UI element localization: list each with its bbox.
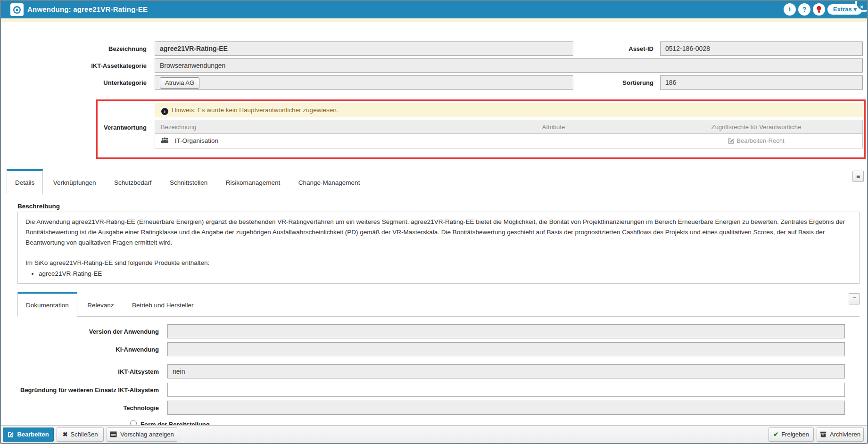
- list-menu-icon: ≡: [852, 295, 856, 303]
- bearbeiten-button[interactable]: Bearbeiten: [3, 428, 54, 442]
- tab-risikomanagement[interactable]: Risikomanagement: [218, 169, 289, 194]
- responsibility-table-header: Bezeichnung Attribute Zugriffsrechte für…: [155, 120, 862, 134]
- close-icon: ×: [860, 4, 863, 10]
- edit-square-icon: [728, 138, 734, 144]
- vorschlag-anzeigen-button[interactable]: Vorschlag anzeigen: [107, 428, 177, 442]
- edit-pencil-icon: [8, 431, 14, 437]
- ikt-altsystem-label: IKT-Altsystem: [20, 368, 159, 375]
- idea-button[interactable]: [813, 3, 825, 16]
- edit-rights-label: Bearbeiten-Recht: [736, 137, 784, 144]
- header-zugriffsrechte: Zugriffsrechte für Verantwortliche: [650, 120, 862, 133]
- x-icon: ✖: [63, 431, 68, 438]
- responsible-attributes: [457, 134, 650, 148]
- tab-schutzbedarf[interactable]: Schutzbedarf: [106, 169, 160, 194]
- description-paragraph: Im SiKo agree21VR-Rating-EE sind folgend…: [25, 258, 851, 268]
- table-row[interactable]: IT-Organisation Bearbeiten-Recht: [155, 134, 862, 148]
- list-icon: [110, 431, 117, 437]
- begruendung-input[interactable]: [167, 383, 845, 397]
- beschreibung-textarea[interactable]: Die Anwendung agree21VR-Rating-EE (Erneu…: [17, 212, 860, 284]
- beschreibung-heading: Beschreibung: [17, 203, 60, 210]
- archivieren-label: Archivieren: [830, 431, 860, 438]
- ikt-altsystem-input[interactable]: nein: [167, 364, 845, 378]
- application-window: Anwendung: agree21VR-Rating-EE i ? Extra…: [0, 0, 868, 444]
- unterkategorie-input[interactable]: Atruvia AG: [155, 75, 573, 90]
- archivieren-button[interactable]: Archivieren: [817, 428, 864, 442]
- description-paragraph: Die Anwendung agree21VR-Rating-EE (Erneu…: [25, 217, 851, 248]
- bearbeiten-label: Bearbeiten: [17, 431, 49, 438]
- schliessen-button[interactable]: ✖Schließen: [57, 428, 104, 442]
- info-circle-icon: i: [161, 108, 168, 115]
- warning-text: Hinweis: Es wurde kein Hauptverantwortli…: [172, 107, 338, 114]
- info-icon: i: [789, 6, 791, 13]
- tab-relevanz[interactable]: Relevanz: [79, 292, 122, 316]
- sortierung-input[interactable]: 186: [660, 75, 863, 90]
- tab-schnittstellen[interactable]: Schnittstellen: [162, 169, 215, 194]
- verantwortung-label: Verantwortung: [29, 124, 147, 131]
- tab-verknuepfungen[interactable]: Verknüpfungen: [45, 169, 104, 194]
- check-icon: ✔: [773, 431, 778, 438]
- technologie-input[interactable]: [167, 401, 845, 415]
- archive-box-icon: [820, 431, 827, 437]
- asset-id-label: Asset-ID: [581, 45, 653, 52]
- responsibility-table: Bezeichnung Attribute Zugriffsrechte für…: [155, 120, 863, 148]
- ki-anwendung-input[interactable]: [167, 342, 845, 356]
- begruendung-label: Begründung für weiteren Einsatz IKT-Alts…: [20, 386, 159, 394]
- tab-dokumentation[interactable]: Dokumentation: [17, 292, 77, 317]
- tab-betrieb-und-hersteller[interactable]: Betrieb und Hersteller: [124, 292, 202, 316]
- footer-toolbar: Bearbeiten ✖Schließen Vorschlag anzeigen…: [1, 425, 867, 443]
- top-bar: Anwendung: agree21VR-Rating-EE i ? Extra…: [1, 1, 867, 18]
- ikt-assetkategorie-input[interactable]: Browseranwendungen: [155, 58, 863, 73]
- unterkategorie-label: Unterkategorie: [29, 79, 147, 86]
- tab-change-management[interactable]: Change-Management: [290, 169, 368, 194]
- ikt-assetkategorie-label: IKT-Assetkategorie: [29, 62, 147, 69]
- question-icon: ?: [802, 6, 807, 13]
- info-button[interactable]: i: [784, 3, 796, 16]
- main-panel-menu-button[interactable]: ≡: [852, 171, 864, 182]
- bezeichnung-input[interactable]: agree21VR-Rating-EE: [155, 41, 573, 56]
- organization-people-icon: [161, 137, 169, 144]
- vorschlag-label: Vorschlag anzeigen: [120, 431, 174, 438]
- target-icon: [13, 6, 21, 14]
- edit-rights-link[interactable]: Bearbeiten-Recht: [728, 137, 784, 144]
- version-label: Version der Anwendung: [20, 328, 159, 335]
- sub-panel-menu-button[interactable]: ≡: [849, 293, 860, 304]
- freigeben-label: Freigeben: [781, 431, 809, 438]
- responsible-name: IT-Organisation: [175, 137, 218, 144]
- unterkategorie-chip[interactable]: Atruvia AG: [160, 77, 199, 89]
- sortierung-label: Sortierung: [581, 79, 653, 86]
- freigeben-button[interactable]: ✔Freigeben: [769, 428, 814, 442]
- version-input[interactable]: [167, 324, 845, 338]
- extras-label: Extras: [833, 6, 852, 13]
- sub-tab-bar: Dokumentation Relevanz Betrieb und Herst…: [17, 292, 860, 317]
- header-accent-strip: [1, 18, 867, 22]
- bezeichnung-label: Bezeichnung: [29, 45, 147, 52]
- lightbulb-icon: [816, 6, 822, 13]
- help-button[interactable]: ?: [798, 3, 810, 16]
- description-bullet: agree21VR-Rating-EE: [39, 269, 851, 279]
- main-tab-bar: Details Verknüpfungen Schutzbedarf Schni…: [7, 169, 863, 194]
- header-bezeichnung: Bezeichnung: [155, 120, 457, 133]
- technologie-label: Technologie: [20, 404, 159, 411]
- app-logo: [10, 3, 24, 16]
- page-title: Anwendung: agree21VR-Rating-EE: [27, 5, 148, 13]
- header-attribute: Attribute: [457, 120, 650, 133]
- tab-details[interactable]: Details: [7, 169, 43, 194]
- list-menu-icon: ≡: [856, 173, 860, 180]
- asset-id-input[interactable]: 0512-186-0028: [660, 41, 863, 56]
- warning-banner: iHinweis: Es wurde kein Hauptverantwortl…: [155, 103, 863, 117]
- ki-anwendung-label: KI-Anwendung: [20, 346, 159, 353]
- schliessen-label: Schließen: [71, 431, 98, 438]
